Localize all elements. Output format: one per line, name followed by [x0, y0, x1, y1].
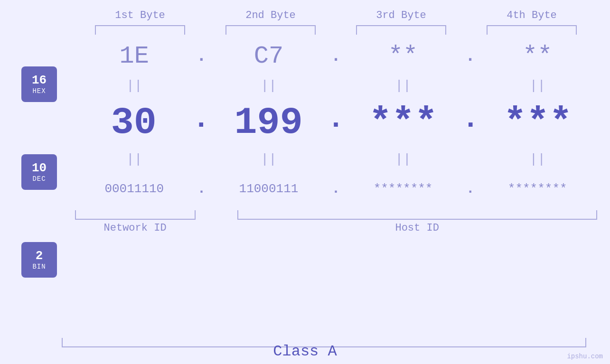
- eq2-b2: ||: [209, 152, 328, 167]
- bin-data-row: 00011110 . 11000111 . ******** . *******…: [75, 170, 597, 208]
- dec-sep3: .: [462, 105, 479, 140]
- dec-num: 10: [32, 161, 47, 175]
- byte1-bracket: [95, 25, 185, 35]
- eq2-b1: ||: [75, 152, 194, 167]
- hex-badge: 16 HEX: [21, 66, 57, 102]
- dec-b1-cell: 30: [75, 101, 193, 144]
- hex-b3-cell: **: [344, 42, 463, 70]
- eq1-b1: ||: [75, 78, 194, 93]
- network-id-label: Network ID: [75, 222, 196, 234]
- bin-dot2: .: [332, 181, 340, 197]
- byte3-col: 3rd Byte: [336, 9, 467, 35]
- bin-dot1: .: [197, 181, 206, 197]
- bin-badge: 2 BIN: [21, 242, 57, 278]
- main-container: 1st Byte 2nd Byte 3rd Byte 4th Byte 16 H…: [0, 0, 610, 364]
- eq1-b3: ||: [344, 78, 463, 93]
- eq1-b4-sym: ||: [529, 78, 545, 93]
- eq1-b4: ||: [478, 78, 597, 93]
- dec-sep2: .: [328, 105, 344, 140]
- eq2-b2-sym: ||: [261, 152, 277, 167]
- hex-sep2: .: [328, 47, 343, 66]
- hex-dot2: .: [331, 47, 341, 66]
- eq2-b1-sym: ||: [126, 152, 142, 167]
- network-id-bracket: [75, 210, 196, 220]
- byte2-label: 2nd Byte: [245, 9, 296, 21]
- bin-sep1: .: [194, 181, 209, 197]
- bin-b4-cell: ********: [478, 182, 597, 196]
- bin-b2-cell: 11000111: [209, 182, 328, 196]
- host-id-bracket: [237, 210, 597, 220]
- byte-headers: 1st Byte 2nd Byte 3rd Byte 4th Byte: [0, 9, 610, 35]
- bracket-gap: [196, 210, 216, 220]
- byte4-bracket: [487, 25, 577, 35]
- bin-b1-value: 00011110: [104, 182, 164, 196]
- hex-b1-cell: 1E: [75, 42, 194, 70]
- eq2-b3-sym: ||: [395, 152, 411, 167]
- eq1-b2: ||: [209, 78, 328, 93]
- dec-b1-value: 30: [111, 101, 157, 144]
- byte1-label: 1st Byte: [115, 9, 165, 21]
- dec-sep1: .: [193, 105, 209, 140]
- byte4-label: 4th Byte: [507, 9, 557, 21]
- dec-name: DEC: [32, 175, 46, 183]
- hex-data-row: 1E . C7 . ** . **: [75, 37, 597, 75]
- rows-container: 1E . C7 . ** . ** ||: [13, 37, 597, 234]
- dec-b3-cell: ***: [344, 101, 462, 144]
- eq1-b1-sym: ||: [126, 78, 142, 93]
- host-id-label: Host ID: [237, 222, 597, 234]
- bin-b3-value: ********: [374, 182, 433, 196]
- id-labels-gap: [196, 222, 216, 234]
- byte2-col: 2nd Byte: [206, 9, 336, 35]
- byte1-col: 1st Byte: [75, 9, 206, 35]
- eq1-b3-sym: ||: [395, 78, 411, 93]
- byte3-bracket: [356, 25, 446, 35]
- bin-b3-cell: ********: [344, 182, 463, 196]
- hex-b3-value: **: [388, 42, 418, 70]
- id-bracket-row: [75, 210, 597, 220]
- bin-name: BIN: [32, 263, 46, 271]
- hex-dot1: .: [197, 47, 207, 66]
- bin-b2-value: 11000111: [239, 182, 299, 196]
- hex-b4-value: **: [523, 42, 552, 70]
- dec-dot1: .: [193, 105, 210, 140]
- hex-b1-value: 1E: [120, 42, 149, 70]
- bin-b4-value: ********: [508, 182, 567, 196]
- dec-data-row: 30 . 199 . *** . ***: [75, 96, 597, 149]
- bin-b1-cell: 00011110: [75, 182, 194, 196]
- eq-row-2: || || || ||: [75, 149, 597, 170]
- hex-sep1: .: [194, 47, 209, 66]
- dec-b3-value: ***: [369, 101, 437, 144]
- byte3-label: 3rd Byte: [376, 9, 426, 21]
- eq2-b4-sym: ||: [529, 152, 545, 167]
- eq-row-1: || || || ||: [75, 75, 597, 96]
- hex-dot3: .: [465, 47, 476, 66]
- hex-sep3: .: [462, 47, 478, 66]
- class-label: Class A: [0, 343, 610, 360]
- hex-b4-cell: **: [478, 42, 597, 70]
- eq2-b4: ||: [478, 152, 597, 167]
- dec-dot2: .: [328, 105, 345, 140]
- byte2-bracket: [225, 25, 316, 35]
- bin-sep2: .: [328, 181, 343, 197]
- dec-b2-cell: 199: [209, 101, 328, 144]
- dec-badge: 10 DEC: [21, 154, 57, 190]
- dec-b2-value: 199: [235, 101, 303, 144]
- eq1-b2-sym: ||: [261, 78, 277, 93]
- bin-dot3: .: [466, 181, 475, 197]
- hex-b2-value: C7: [254, 42, 283, 70]
- eq2-b3: ||: [344, 152, 463, 167]
- bin-sep3: .: [462, 181, 478, 197]
- base-labels: 16 HEX 10 DEC 2 BIN: [21, 66, 57, 278]
- hex-num: 16: [32, 74, 47, 87]
- hex-b2-cell: C7: [209, 42, 328, 70]
- bin-num: 2: [36, 249, 43, 263]
- dec-b4-value: ***: [504, 101, 572, 144]
- id-labels-row: Network ID Host ID: [75, 222, 597, 234]
- hex-name: HEX: [32, 87, 46, 95]
- byte4-col: 4th Byte: [467, 9, 597, 35]
- watermark: ipshu.com: [567, 353, 603, 360]
- dec-b4-cell: ***: [479, 101, 597, 144]
- dec-dot3: .: [462, 105, 479, 140]
